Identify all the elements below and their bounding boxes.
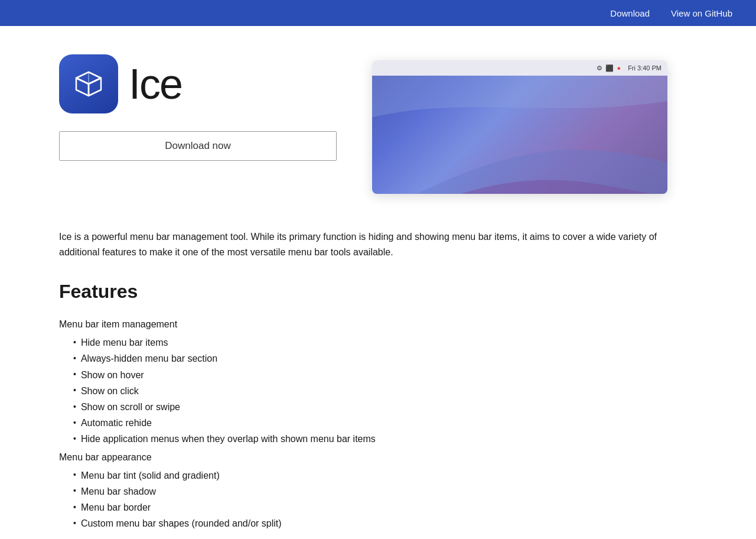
hero-screenshot: ⚙ ⬛ ● Fri 3:40 PM [372,60,667,194]
github-nav-link[interactable]: View on GitHub [671,8,732,18]
app-name: Ice [129,60,182,108]
list-item: Automatic rehide [73,415,697,431]
list-item: Show on hover [73,367,697,383]
main-content: Ice is a powerful menu bar management to… [0,217,756,539]
list-item: Hide application menus when they overlap… [73,431,697,447]
download-nav-link[interactable]: Download [610,8,650,18]
list-item: Menu bar border [73,499,697,515]
list-item: Always-hidden menu bar section [73,350,697,366]
screenshot-body [372,76,667,194]
navbar: Download View on GitHub [0,0,756,26]
hero-title-row: Ice [59,54,182,113]
dot-icon: ● [617,64,621,72]
gear-icon: ⚙ [597,64,602,72]
features-list: Menu bar item managementHide menu bar it… [59,319,697,531]
list-item: Custom menu bar shapes (rounded and/or s… [73,515,697,531]
description-text: Ice is a powerful menu bar management to… [59,229,697,259]
app-icon [59,54,118,113]
hero-left: Ice Download now [59,54,337,161]
screenshot-icons: ⚙ ⬛ ● [597,64,621,72]
screenshot-time: Fri 3:40 PM [628,64,662,72]
screenshot-menubar: ⚙ ⬛ ● Fri 3:40 PM [372,60,667,76]
svg-marker-1 [76,78,89,96]
download-now-button[interactable]: Download now [59,131,337,161]
features-heading: Features [59,281,697,303]
feature-group-title-1: Menu bar appearance [59,452,697,463]
list-item: Hide menu bar items [73,335,697,350]
feature-group-title-0: Menu bar item management [59,319,697,330]
camera-icon: ⬛ [605,64,614,72]
wave-svg [372,76,667,194]
list-item: Show on scroll or swipe [73,399,697,415]
app-icon-svg [70,65,107,103]
feature-list-1: Menu bar tint (solid and gradient)Menu b… [73,467,697,532]
hero-section: Ice Download now ⚙ ⬛ ● Fri 3:40 PM [0,26,756,217]
feature-list-0: Hide menu bar itemsAlways-hidden menu ba… [73,335,697,447]
svg-marker-2 [89,78,101,96]
list-item: Menu bar shadow [73,483,697,499]
list-item: Menu bar tint (solid and gradient) [73,467,697,483]
list-item: Show on click [73,383,697,399]
